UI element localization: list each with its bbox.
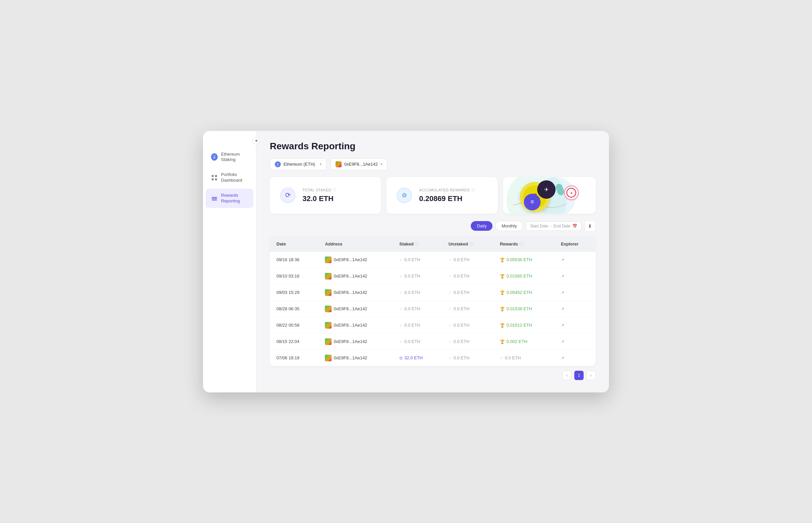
svg-rect-3 (215, 178, 217, 180)
accumulated-rewards-value: 0.20869 ETH (419, 194, 475, 203)
sidebar-item-portfolio-dashboard[interactable]: Portfolio Dashboard (206, 168, 254, 187)
cell-date: 08/15 22:04 (270, 333, 318, 350)
cell-address: 0xE9F8...1Ae142 (318, 350, 393, 366)
table-row: 07/06 19:190xE9F8...1Ae142⊙32.0 ETH✓0.0 … (270, 350, 596, 366)
explorer-link[interactable]: ↗ (561, 339, 564, 344)
sidebar-rewards-label: Rewards Reporting (221, 193, 248, 204)
explorer-link[interactable]: ↗ (561, 274, 564, 278)
accumulated-rewards-card: ⚙ ACCUMULATED REWARDS ⓘ 0.20869 ETH (386, 177, 497, 214)
cell-unstaked: ✓0.0 ETH (442, 284, 493, 301)
pink-circle: ◉ (564, 185, 579, 200)
cell-date: 09/16 18:36 (270, 252, 318, 268)
reward-icon: 🏆 (500, 290, 505, 295)
cell-rewards: 🏆0.01565 ETH (493, 268, 554, 284)
cell-address: 0xE9F8...1Ae142 (318, 333, 393, 350)
staked-value: ✓0.0 ETH (399, 290, 435, 295)
calendar-icon: 📅 (572, 224, 577, 229)
cell-unstaked: ✓0.0 ETH (442, 301, 493, 317)
reward-icon: 🏆 (500, 307, 505, 311)
page-1-button[interactable]: 1 (574, 371, 584, 380)
eth-dropdown-icon: Ξ (275, 161, 281, 167)
cell-date: 07/06 19:19 (270, 350, 318, 366)
total-staked-icon: ⟳ (279, 187, 296, 204)
reward-value: ✓0.0 ETH (500, 355, 548, 360)
staked-circle-icon: ⊙ (399, 356, 403, 360)
cell-rewards: 🏆0.01512 ETH (493, 317, 554, 333)
staked-value: ✓0.0 ETH (399, 273, 435, 278)
cell-address: 0xE9F8...1Ae142 (318, 268, 393, 284)
address-icon (325, 289, 332, 296)
col-staked: Staked ⓘ (393, 236, 442, 252)
collapse-button[interactable]: ◀ (253, 137, 260, 144)
reward-value: 🏆0.01565 ETH (500, 273, 548, 278)
check-icon: ✓ (399, 290, 403, 295)
address-icon (325, 256, 332, 263)
total-staked-info-icon[interactable]: ⓘ (333, 187, 336, 192)
total-staked-value: 32.0 ETH (302, 194, 336, 203)
check-icon: ✓ (399, 274, 403, 278)
explorer-link[interactable]: ↗ (561, 257, 564, 262)
ethereum-icon: Ξ (211, 154, 218, 160)
svg-rect-6 (212, 200, 217, 200)
sidebar-portfolio-label: Portfolio Dashboard (221, 172, 248, 183)
explorer-link[interactable]: ↗ (561, 356, 564, 360)
unstaked-value: ✓0.0 ETH (448, 339, 486, 344)
unstaked-value: ✓0.0 ETH (448, 306, 486, 311)
address-text: 0xE9F8...1Ae142 (334, 339, 367, 344)
explorer-link[interactable]: ↗ (561, 290, 564, 295)
svg-rect-0 (212, 175, 214, 177)
cell-unstaked: ✓0.0 ETH (442, 333, 493, 350)
reward-value: 🏆0.01538 ETH (500, 306, 548, 311)
cell-rewards: 🏆0.01538 ETH (493, 301, 554, 317)
staked-value: ✓0.0 ETH (399, 323, 435, 328)
accumulated-rewards-info-icon[interactable]: ⓘ (471, 187, 475, 192)
address-text: 0xE9F8...1Ae142 (334, 323, 367, 328)
staked-value: ✓0.0 ETH (399, 257, 435, 262)
download-button[interactable]: ⬇ (584, 220, 596, 232)
svg-rect-2 (212, 178, 214, 180)
cell-unstaked: ✓0.0 ETH (442, 268, 493, 284)
cell-staked: ✓0.0 ETH (393, 252, 442, 268)
cell-date: 09/10 03:16 (270, 268, 318, 284)
date-range-picker[interactable]: Start Date - End Date 📅 (526, 221, 582, 231)
page-title: Rewards Reporting (270, 141, 596, 151)
sidebar-item-ethereum-staking[interactable]: Ξ Ethereum Staking (206, 148, 254, 167)
next-page-button[interactable]: › (586, 371, 596, 380)
cell-rewards: 🏆0.05452 ETH (493, 284, 554, 301)
table-row: 09/10 03:160xE9F8...1Ae142✓0.0 ETH✓0.0 E… (270, 268, 596, 284)
total-staked-card: ⟳ TOTAL STAKED ⓘ 32.0 ETH (270, 177, 381, 214)
cell-date: 08/28 06:35 (270, 301, 318, 317)
total-staked-label: TOTAL STAKED ⓘ (302, 187, 336, 192)
col-address: Address (318, 236, 393, 252)
unstaked-value: ✓0.0 ETH (448, 355, 486, 360)
svg-rect-4 (212, 197, 217, 198)
check-icon: ✓ (448, 356, 452, 360)
cell-staked: ✓0.0 ETH (393, 268, 442, 284)
table-row: 08/22 00:580xE9F8...1Ae142✓0.0 ETH✓0.0 E… (270, 317, 596, 333)
explorer-link[interactable]: ↗ (561, 323, 564, 328)
cell-explorer: ↗ (554, 284, 596, 301)
cell-rewards: 🏆0.002 ETH (493, 333, 554, 350)
portfolio-icon (211, 174, 218, 181)
address-dropdown[interactable]: 0xE9F8...1Ae142 ▾ (331, 158, 387, 170)
sidebar-item-rewards-reporting[interactable]: Rewards Reporting (206, 189, 254, 208)
address-icon (325, 322, 332, 329)
cell-staked: ✓0.0 ETH (393, 301, 442, 317)
network-dropdown[interactable]: Ξ Ethereum (ETH) ▾ (270, 158, 327, 170)
reward-icon: 🏆 (500, 257, 505, 262)
table-row: 09/16 18:360xE9F8...1Ae142✓0.0 ETH✓0.0 E… (270, 252, 596, 268)
address-icon (325, 355, 332, 361)
daily-toggle[interactable]: Daily (471, 221, 493, 231)
date-separator: - (550, 224, 552, 229)
check-icon: ✓ (448, 323, 452, 328)
data-table: Date Address Staked ⓘ Unstaked ⓘ Rewards… (270, 236, 596, 366)
svg-rect-5 (212, 198, 217, 199)
cell-rewards: ✓0.0 ETH (493, 350, 554, 366)
filters-row: Ξ Ethereum (ETH) ▾ 0xE9F8...1Ae142 ▾ (270, 158, 596, 170)
staked-value: ✓0.0 ETH (399, 306, 435, 311)
monthly-toggle[interactable]: Monthly (495, 221, 523, 231)
prev-page-button[interactable]: ‹ (562, 371, 572, 380)
col-unstaked: Unstaked ⓘ (442, 236, 493, 252)
address-icon (325, 338, 332, 345)
explorer-link[interactable]: ↗ (561, 307, 564, 311)
